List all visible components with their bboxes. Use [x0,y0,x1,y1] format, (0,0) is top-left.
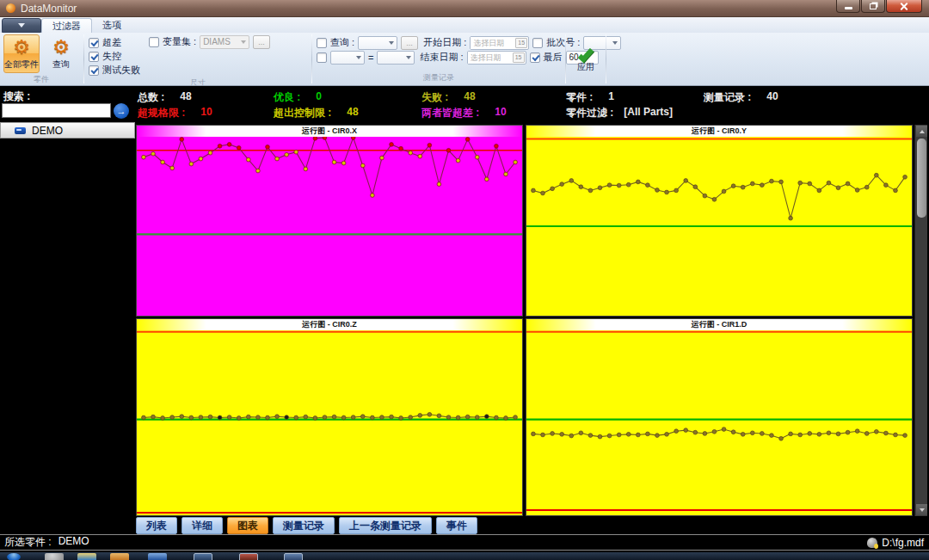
data-point[interactable] [475,155,479,159]
data-point[interactable] [456,415,460,420]
data-point[interactable] [741,432,745,436]
data-point[interactable] [894,433,898,437]
data-point[interactable] [579,431,583,435]
chart-cir0x[interactable]: 运行图 - CIR0.X [136,125,523,317]
query-more-button[interactable]: ... [401,36,418,50]
taskbar-icon[interactable] [194,553,212,560]
checkbox-query2[interactable] [317,52,327,63]
data-point[interactable] [446,148,451,152]
data-point[interactable] [428,412,432,416]
data-point[interactable] [170,415,175,420]
data-point[interactable] [484,177,489,182]
scroll-up-button[interactable] [916,126,927,137]
data-point[interactable] [684,428,688,433]
data-point[interactable] [170,166,175,170]
data-point[interactable] [465,138,470,142]
scrollbar-thumb[interactable] [917,138,926,218]
taskbar-icon[interactable] [148,553,167,560]
data-point[interactable] [151,151,156,156]
data-point[interactable] [370,194,374,198]
data-point[interactable] [626,182,631,187]
data-point[interactable] [504,172,508,176]
data-point[interactable] [903,175,907,179]
data-point[interactable] [750,431,754,435]
data-point[interactable] [836,432,840,436]
data-point[interactable] [351,415,355,420]
data-point[interactable] [465,415,470,419]
data-point[interactable] [351,137,355,139]
data-point[interactable] [693,430,698,434]
taskbar-icon[interactable] [45,553,64,560]
data-point[interactable] [532,432,536,436]
data-point[interactable] [674,429,679,434]
data-point[interactable] [484,415,489,419]
data-point[interactable] [514,160,518,164]
data-point[interactable] [456,158,460,163]
checkbox-last[interactable] [530,52,540,63]
data-point[interactable] [770,434,774,438]
data-point[interactable] [855,429,859,434]
checkbox-batch[interactable] [532,38,543,48]
data-point[interactable] [380,156,385,160]
taskbar-icon[interactable] [110,553,129,560]
data-point[interactable] [189,162,194,166]
chart-cir0y[interactable]: 运行图 - CIR0.Y [526,125,913,317]
data-point[interactable] [789,432,793,436]
data-point[interactable] [142,415,146,420]
chart-plot[interactable] [526,330,912,515]
data-point[interactable] [294,415,298,420]
checkbox-test-failed[interactable] [89,65,99,76]
data-point[interactable] [655,434,660,438]
data-point[interactable] [569,434,574,438]
calendar-icon[interactable]: 15 [515,38,527,48]
data-point[interactable] [514,415,518,420]
minimize-button[interactable] [836,0,860,13]
data-point[interactable] [750,182,754,186]
data-point[interactable] [304,167,308,171]
data-point[interactable] [588,434,593,438]
data-point[interactable] [246,415,250,419]
data-point[interactable] [684,179,688,183]
data-point[interactable] [323,415,327,420]
data-point[interactable] [579,185,583,189]
data-point[interactable] [380,415,385,420]
start-date-field[interactable] [471,37,515,49]
data-point[interactable] [256,415,261,420]
data-point[interactable] [551,432,555,436]
data-point[interactable] [798,181,803,185]
part-list-item-demo[interactable]: DEMO [0,122,135,138]
checkbox-out-of-tolerance[interactable] [89,38,99,48]
data-point[interactable] [409,415,413,420]
chart-cir1d[interactable]: 运行图 - CIR1.D [526,318,913,516]
data-point[interactable] [151,415,156,419]
data-point[interactable] [360,163,365,168]
data-point[interactable] [827,431,831,435]
data-point[interactable] [884,183,889,188]
tab-filter[interactable]: 过滤器 [41,18,92,33]
chart-plot[interactable] [137,330,522,515]
data-point[interactable] [894,188,898,193]
data-point[interactable] [712,429,717,434]
data-point[interactable] [142,155,146,159]
data-point[interactable] [703,432,707,436]
data-point[interactable] [760,432,764,436]
data-point[interactable] [285,152,289,157]
data-point[interactable] [598,186,602,190]
data-point[interactable] [712,197,717,201]
data-point[interactable] [636,433,640,437]
vertical-scrollbar[interactable] [914,125,927,516]
data-point[interactable] [218,144,222,148]
data-point[interactable] [256,169,261,173]
data-point[interactable] [884,431,889,435]
application-menu-button[interactable] [2,18,41,33]
tab-measurements[interactable]: 测量记录 [273,517,335,534]
data-point[interactable] [617,433,621,437]
data-point[interactable] [266,145,270,149]
search-input[interactable] [2,103,111,118]
data-point[interactable] [504,416,508,421]
tab-options[interactable]: 选项 [92,18,132,33]
data-point[interactable] [313,137,317,140]
taskbar-icon[interactable] [284,553,303,560]
variable-set-dropdown[interactable]: DIAMS [200,35,249,49]
data-point[interactable] [323,137,327,139]
